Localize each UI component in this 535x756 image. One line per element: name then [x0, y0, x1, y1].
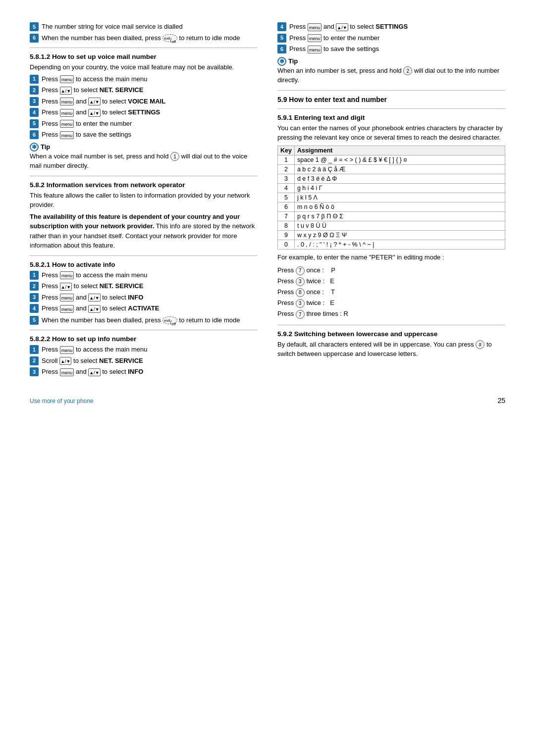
step-text: Press menu and ▲/▼ to select VOICE MAIL	[42, 97, 258, 106]
section-5812-steps: 1 Press menu to access the main menu 2 P…	[30, 74, 258, 140]
key-cell: 2	[278, 164, 295, 174]
section-592-heading: 5.9.2 Switching between lowercase and up…	[277, 330, 505, 338]
menu-key-icon: menu	[60, 294, 74, 302]
key-assignment-table: Key Assignment 1space 1 @ _ # = < > ( ) …	[277, 146, 505, 250]
key-2-icon: 2	[403, 66, 412, 75]
menu-key-icon: menu	[60, 120, 74, 128]
left-column: 5 The number string for voice mail servi…	[30, 20, 258, 379]
tip-box: ✱ Tip When a voice mail number is set, p…	[30, 143, 258, 171]
divider	[30, 255, 258, 256]
table-row: 8t u v 8 Ù Ü	[278, 221, 505, 230]
step-text: Press menu to save the settings	[42, 130, 258, 140]
section-592-text: By default, all characters entered will …	[277, 340, 505, 359]
step-text: Press ▲/▼ to select NET. SERVICE	[42, 281, 258, 291]
assignment-cell: . 0 , / : ; " ' ! ¡ ? * + - % \ ^ ~ |	[294, 240, 505, 249]
example-step: Press 3 twice : E	[277, 276, 505, 287]
section-5822-cont: 4 Press menu and ▲/▼ to select SETTINGS …	[277, 22, 505, 85]
footer-text: Use more of your phone	[30, 398, 94, 404]
nav-key-icon: ▲/▼	[59, 357, 71, 365]
menu-key-icon: menu	[60, 368, 74, 376]
example-step: Press 8 once : T	[277, 287, 505, 298]
menu-key-icon: menu	[60, 271, 74, 279]
step-number: 5	[30, 316, 39, 325]
step-text: Press menu to enter the number	[289, 33, 505, 43]
section-5821-heading: 5.8.2.1 How to activate info	[30, 261, 258, 268]
table-row: 4g h i 4 i Γ	[278, 183, 505, 193]
section-591-heading: 5.9.1 Entering text and digit	[277, 114, 505, 121]
step-item: 1 Press menu to access the main menu	[30, 74, 258, 84]
section-592: 5.9.2 Switching between lowercase and up…	[277, 330, 505, 359]
table-row: 7p q r s 7 β Π Θ Σ	[278, 211, 505, 221]
table-row: 3d e f 3 é è Δ Φ	[278, 174, 505, 183]
step-number: 2	[30, 356, 39, 365]
exit-key-icon: exit/off	[162, 316, 177, 324]
tip-text: When a voice mail number is set, press a…	[30, 151, 258, 171]
section-582-intro: This feature allows the caller to listen…	[30, 191, 258, 210]
tip-title: ✱ Tip	[30, 143, 258, 151]
step-text: Press ▲/▼ to select NET. SERVICE	[42, 85, 258, 95]
key-cell: 8	[278, 221, 295, 230]
menu-key-icon: menu	[60, 346, 74, 354]
menu-key-icon: menu	[308, 34, 322, 42]
section-5822-steps: 1 Press menu to access the main menu 2 S…	[30, 345, 258, 377]
section-5821-extra: 5 When the number has been dialled, pres…	[30, 315, 258, 325]
example-step: Press 7 once : P	[277, 265, 505, 276]
step-text: Press menu to enter the number	[42, 119, 258, 129]
step-text: Press menu and ▲/▼ to select ACTIVATE	[42, 303, 258, 313]
step-number: 6	[277, 45, 286, 53]
assignment-cell: space 1 @ _ # = < > ( ) & £ $ ¥ € [ ] { …	[294, 155, 505, 164]
tip-icon-2: ✱	[277, 57, 286, 66]
divider	[30, 330, 258, 330]
intro-steps: 5 The number string for voice mail servi…	[30, 22, 258, 43]
step-number: 5	[30, 22, 39, 31]
assignment-cell: w x y z 9 Ø Ω Ξ Ψ	[294, 230, 505, 240]
step-item: 4 Press menu and ▲/▼ to select ACTIVATE	[30, 303, 258, 313]
table-row: 2a b c 2 à ä Ç å Æ	[278, 164, 505, 174]
table-body: 1space 1 @ _ # = < > ( ) & £ $ ¥ € [ ] {…	[278, 155, 505, 249]
step-text: Press menu and ▲/▼ to select INFO	[42, 293, 258, 302]
section-591: 5.9.1 Entering text and digit You can en…	[277, 114, 505, 320]
step-item: 5 The number string for voice mail servi…	[30, 22, 258, 32]
page-number: 25	[497, 397, 505, 404]
step-number: 1	[30, 75, 39, 84]
step-text: The number string for voice mail service…	[42, 22, 258, 32]
nav-key-icon: ▲/▼	[88, 368, 100, 376]
key-cell: 5	[278, 193, 295, 202]
step-item: 3 Press menu and ▲/▼ to select INFO	[30, 367, 258, 377]
step-number: 4	[30, 108, 39, 117]
step-item: 3 Press menu and ▲/▼ to select VOICE MAI…	[30, 97, 258, 106]
section-5812-heading: 5.8.1.2 How to set up voice mail number	[30, 53, 258, 60]
divider	[30, 48, 258, 48]
step-item: 5 Press menu to enter the number	[30, 119, 258, 129]
section-5821: 5.8.2.1 How to activate info 1 Press men…	[30, 261, 258, 325]
col-assignment: Assignment	[294, 146, 505, 155]
step-item: 5 Press menu to enter the number	[277, 33, 505, 43]
example-step: Press 3 twice : E	[277, 298, 505, 308]
table-row: 6m n o 6 Ñ ò ö	[278, 202, 505, 211]
section-5822-heading: 5.8.2.2 How to set up info number	[30, 335, 258, 343]
menu-key-icon: menu	[60, 98, 74, 105]
nav-key-icon: ▲/▼	[60, 283, 72, 291]
step-text: Press menu and ▲/▼ to select SETTINGS	[42, 107, 258, 117]
divider	[277, 108, 505, 109]
step-number: 3	[30, 293, 39, 302]
divider	[30, 176, 258, 176]
step-text: Press menu and ▲/▼ to select SETTINGS	[289, 22, 505, 32]
assignment-cell: d e f 3 é è Δ Φ	[294, 174, 505, 183]
assignment-cell: a b c 2 à ä Ç å Æ	[294, 164, 505, 174]
divider	[277, 90, 505, 91]
step-text: Press menu and ▲/▼ to select INFO	[42, 367, 258, 377]
step-item: 5 When the number has been dialled, pres…	[30, 315, 258, 325]
menu-key-icon: menu	[308, 23, 322, 31]
section-59: 5.9 How to enter text and number	[277, 96, 505, 103]
step-item: 1 Press menu to access the main menu	[30, 345, 258, 354]
tip-icon: ✱	[30, 143, 39, 151]
step-text: When the number has been dialled, press …	[42, 315, 258, 325]
tip-text-2: When an info number is set, press and ho…	[277, 66, 505, 85]
key-1-icon: 1	[170, 152, 179, 161]
section-582-heading: 5.8.2 Information services from network …	[30, 181, 258, 189]
assignment-cell: g h i 4 i Γ	[294, 183, 505, 193]
section-5812-intro: Depending on your country, the voice mai…	[30, 62, 258, 72]
key-cell: 6	[278, 202, 295, 211]
step-item: 6 Press menu to save the settings	[30, 130, 258, 140]
